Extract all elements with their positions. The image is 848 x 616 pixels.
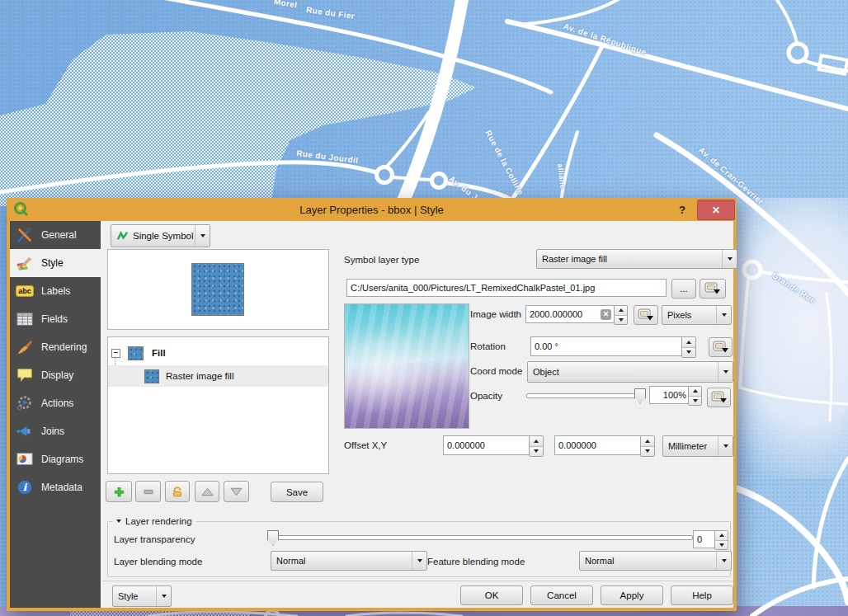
sidebar-item-labels[interactable]: abc Labels [10, 277, 101, 305]
layer-rendering-header[interactable]: Layer rendering [112, 515, 196, 527]
dialog-close-button[interactable]: ✕ [697, 200, 735, 220]
sidebar-item-label: Labels [41, 285, 70, 297]
chart-icon [15, 449, 35, 469]
renderer-dropdown[interactable]: Single Symbol [111, 224, 210, 247]
raster-image-texture [345, 304, 469, 428]
style-menu-label: Style [118, 591, 138, 601]
sidebar-item-general[interactable]: General [10, 221, 101, 249]
symbol-layer-type-dropdown[interactable]: Raster image fill [536, 249, 737, 269]
rotation-spinner[interactable] [681, 336, 696, 358]
remove-symbol-layer-button[interactable] [135, 481, 161, 502]
sidebar-item-label: Diagrams [41, 454, 83, 465]
info-icon: i [15, 477, 35, 497]
help-button[interactable]: Help [671, 585, 733, 605]
coord-mode-label: Coord mode [470, 362, 522, 380]
chevron-down-icon [716, 306, 731, 324]
expression-icon [711, 391, 728, 404]
offset-label: Offset X,Y [344, 436, 387, 454]
data-defined-override-button[interactable] [707, 388, 731, 407]
save-symbol-button[interactable]: Save [271, 482, 323, 502]
data-defined-override-button[interactable] [700, 279, 726, 299]
offset-x-input[interactable]: 0.000000 [443, 435, 532, 455]
up-arrow-icon [201, 487, 214, 496]
symbol-layer-tree: Fill Raster image fill [107, 336, 329, 474]
opacity-spinbox[interactable]: 100% [649, 386, 690, 404]
move-down-button[interactable] [224, 481, 249, 502]
image-width-input[interactable]: 2000.000000 ✕ [525, 305, 615, 323]
opacity-slider-handle[interactable] [634, 388, 646, 404]
chevron-down-icon [412, 552, 426, 570]
layer-blend-value: Normal [276, 556, 305, 566]
sidebar-item-diagrams[interactable]: Diagrams [10, 445, 101, 473]
chevron-down-icon [716, 552, 731, 570]
dialog-titlebar[interactable]: Layer Properties - bbox | Style ? ✕ [7, 198, 737, 221]
collapse-triangle-icon [116, 520, 121, 523]
style-menu-button[interactable]: Style [112, 585, 172, 607]
data-defined-override-button[interactable] [634, 305, 658, 325]
sidebar-item-metadata[interactable]: i Metadata [10, 473, 101, 501]
tree-item-fill[interactable]: Fill [108, 342, 328, 364]
lock-icon [172, 486, 183, 498]
ok-button[interactable]: OK [460, 585, 523, 605]
tree-item-raster-image-fill[interactable]: Raster image fill [108, 365, 328, 387]
feature-blending-mode-label: Feature blending mode [427, 553, 525, 571]
plus-icon [113, 486, 125, 498]
offset-unit-dropdown[interactable]: Millimeter [662, 435, 733, 457]
browse-image-button[interactable]: ... [671, 279, 696, 299]
apply-button[interactable]: Apply [601, 585, 663, 605]
sidebar-item-actions[interactable]: Actions [10, 389, 101, 417]
layer-blending-mode-dropdown[interactable]: Normal [271, 551, 427, 571]
opacity-spinner[interactable] [688, 386, 702, 406]
qgis-logo-icon [13, 201, 29, 220]
speech-bubble-icon [15, 365, 35, 385]
symbol-preview-panel [107, 249, 329, 330]
layer-transparency-slider-track[interactable] [271, 535, 693, 540]
sidebar-item-label: Actions [41, 397, 73, 409]
sidebar-item-display[interactable]: Display [10, 361, 101, 389]
offset-y-spinner[interactable] [640, 435, 655, 457]
join-arrow-icon [15, 421, 35, 441]
data-defined-override-button[interactable] [709, 337, 733, 357]
coord-mode-dropdown[interactable]: Object [527, 361, 733, 383]
move-up-button[interactable] [195, 481, 219, 502]
symbol-layer-type-label: Symbol layer type [344, 251, 419, 269]
minus-icon [143, 486, 154, 497]
sidebar-item-label: Style [41, 257, 64, 269]
offset-y-input[interactable]: 0.000000 [554, 435, 643, 455]
renderer-value: Single Symbol [133, 231, 194, 241]
lock-color-button[interactable] [165, 481, 190, 502]
rotation-label: Rotation [470, 337, 506, 355]
sidebar-item-fields[interactable]: Fields [10, 305, 101, 333]
layer-properties-dialog: Layer Properties - bbox | Style ? ✕ [7, 198, 737, 611]
sidebar-item-rendering[interactable]: Rendering [10, 333, 101, 361]
sidebar-item-label: General [41, 229, 77, 241]
sidebar-item-label: Metadata [41, 482, 82, 493]
paintbrush-icon [15, 253, 35, 273]
sidebar-item-label: Rendering [41, 341, 87, 353]
layer-transparency-spinner[interactable] [714, 530, 728, 550]
rotation-input[interactable]: 0.00 ° [530, 336, 685, 356]
sidebar-item-label: Display [41, 369, 73, 381]
clear-icon[interactable]: ✕ [601, 309, 611, 320]
chevron-down-icon [722, 250, 737, 268]
add-symbol-layer-button[interactable] [106, 481, 132, 502]
opacity-label: Opacity [470, 387, 502, 405]
sidebar: General Style abc Labe [10, 221, 101, 608]
sidebar-item-joins[interactable]: Joins [10, 417, 101, 445]
collapse-icon[interactable] [111, 349, 120, 358]
image-path-input[interactable]: C:/Users/anita_000/Pictures/LT_RemixedCh… [346, 279, 667, 297]
opacity-slider-track[interactable] [526, 393, 643, 398]
image-width-spinner[interactable] [614, 305, 628, 325]
dialog-body: General Style abc Labe [10, 221, 733, 608]
sidebar-item-style[interactable]: Style [10, 249, 101, 277]
down-arrow-icon [230, 487, 243, 496]
raster-fill-swatch-icon [144, 369, 159, 383]
offset-x-spinner[interactable] [529, 435, 544, 457]
image-width-unit-dropdown[interactable]: Pixels [662, 305, 732, 325]
symbol-preview-swatch [191, 263, 244, 316]
cancel-button[interactable]: Cancel [530, 585, 593, 605]
dialog-help-button[interactable]: ? [674, 200, 690, 219]
feature-blending-mode-dropdown[interactable]: Normal [579, 551, 732, 571]
single-symbol-icon [116, 230, 129, 242]
layer-transparency-label: Layer transparency [114, 530, 195, 548]
